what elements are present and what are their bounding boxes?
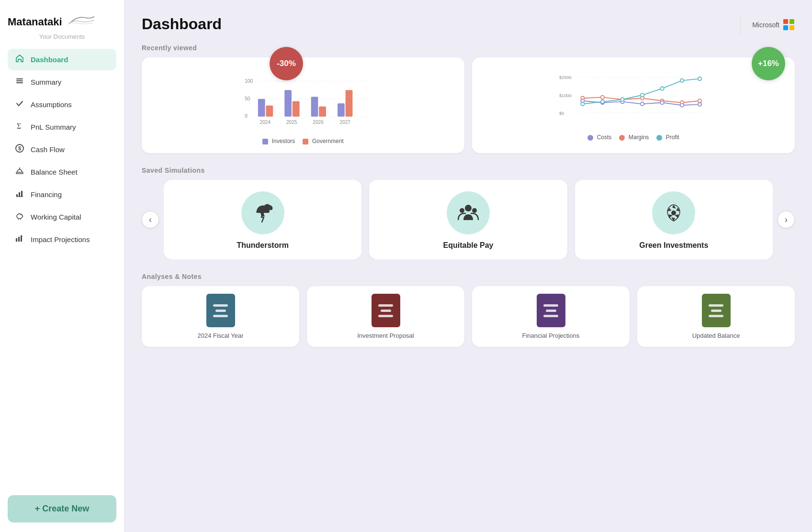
svg-text:2025: 2025 — [286, 120, 297, 125]
svg-text:2026: 2026 — [313, 120, 324, 125]
analysis-card-financial-projections[interactable]: Financial Projections — [472, 286, 630, 347]
sim-next-button[interactable]: › — [778, 211, 795, 228]
book-line-1 — [213, 304, 228, 307]
line-chart-legend: Costs Margins Profit — [481, 134, 786, 141]
book-line-3 — [213, 315, 228, 317]
assumptions-label: Assumptions — [31, 100, 72, 109]
svg-text:0: 0 — [245, 113, 248, 119]
sidebar-item-summary[interactable]: Summary — [8, 71, 116, 93]
green-investments-icon — [652, 191, 695, 234]
line-chart-svg: $2500 $1000 $0 — [481, 71, 786, 128]
analyses-label: Analyses & Notes — [142, 273, 795, 280]
legend-margins: Margins — [619, 134, 649, 141]
microsoft-logo — [783, 19, 795, 31]
analyses-grid: 2024 Fiscal Year Investment Proposal Fin… — [142, 286, 795, 347]
government-dot — [303, 139, 308, 144]
sidebar-item-pnl-summary[interactable]: Σ PnL Summary — [8, 116, 116, 138]
investment-proposal-name: Investment Proposal — [357, 332, 414, 339]
svg-rect-16 — [21, 235, 22, 242]
sim-cards-container: Thunderstorm Equitable Pay — [164, 180, 773, 259]
summary-label: Summary — [31, 78, 61, 86]
book-line-2 — [711, 310, 722, 312]
legend-profit: Profit — [656, 134, 679, 141]
bar-chart-legend: Investors Government — [150, 138, 456, 144]
legend-investors: Investors — [262, 138, 295, 144]
svg-point-63 — [460, 208, 464, 213]
thunderstorm-name: Thunderstorm — [237, 241, 288, 250]
svg-text:50: 50 — [245, 96, 250, 101]
book-line-2 — [546, 310, 556, 312]
svg-point-57 — [620, 98, 624, 101]
sidebar-item-assumptions[interactable]: Assumptions — [8, 94, 116, 115]
sim-card-green-investments[interactable]: Green Investments — [575, 180, 773, 259]
sidebar: Matanataki Your Documents Dashboard — [0, 0, 124, 532]
sidebar-item-cash-flow[interactable]: $ Cash Flow — [8, 139, 116, 160]
svg-text:$2500: $2500 — [559, 75, 572, 80]
sim-prev-button[interactable]: ‹ — [142, 211, 159, 228]
legend-costs: Costs — [587, 134, 611, 141]
page-title: Dashboard — [142, 15, 222, 33]
svg-rect-1 — [16, 80, 23, 81]
financing-label: Financing — [31, 190, 62, 199]
impact-projections-label: Impact Projections — [31, 235, 90, 244]
menu-icon — [14, 76, 25, 88]
working-capital-label: Working Capital — [31, 213, 81, 221]
analysis-card-investment-proposal[interactable]: Investment Proposal — [307, 286, 464, 347]
your-documents-label: Your Documents — [8, 33, 116, 40]
sidebar-item-financing[interactable]: Financing — [8, 184, 116, 205]
svg-point-12 — [17, 214, 23, 219]
svg-point-62 — [465, 205, 472, 211]
simulations-row: ‹ Thunderstorm — [142, 180, 795, 259]
piggy-bank-icon — [14, 211, 25, 223]
create-new-button[interactable]: + Create New — [8, 495, 116, 522]
logo-area: Matanataki — [8, 13, 116, 30]
svg-point-65 — [671, 211, 676, 215]
fiscal-year-book — [206, 294, 235, 327]
svg-text:100: 100 — [245, 78, 253, 84]
svg-rect-27 — [311, 97, 318, 117]
margins-dot — [619, 135, 625, 141]
equitable-pay-name: Equitable Pay — [443, 241, 494, 250]
svg-text:Σ: Σ — [17, 122, 21, 130]
header-divider — [740, 15, 741, 34]
home-icon — [14, 54, 25, 66]
book-line-3 — [378, 315, 393, 317]
svg-point-61 — [698, 77, 701, 80]
sidebar-item-impact-projections[interactable]: Impact Projections — [8, 229, 116, 250]
legend-government: Government — [303, 138, 343, 144]
sigma-icon: Σ — [14, 121, 25, 133]
badge-green: +16% — [752, 47, 785, 80]
analysis-card-updated-balance[interactable]: Updated Balance — [637, 286, 795, 347]
book-line-3 — [543, 315, 558, 317]
svg-point-56 — [601, 100, 604, 103]
svg-rect-0 — [16, 78, 23, 79]
book-line-2 — [215, 310, 226, 312]
svg-rect-28 — [319, 106, 326, 116]
profit-dot — [656, 135, 662, 141]
analysis-card-fiscal-year[interactable]: 2024 Fiscal Year — [142, 286, 299, 347]
tray-icon — [14, 166, 25, 178]
svg-rect-25 — [284, 90, 292, 116]
bar-chart-card[interactable]: -30% 100 50 0 — [142, 57, 464, 153]
sidebar-item-dashboard[interactable]: Dashboard — [8, 49, 116, 70]
sidebar-item-working-capital[interactable]: Working Capital — [8, 206, 116, 228]
logo-bird-icon — [67, 13, 96, 30]
ms-logo-blue — [783, 25, 788, 30]
sim-card-thunderstorm[interactable]: Thunderstorm — [164, 180, 361, 259]
check-icon — [14, 99, 25, 111]
dollar-circle-icon: $ — [14, 144, 25, 155]
svg-text:$: $ — [18, 145, 21, 151]
svg-rect-2 — [16, 82, 23, 83]
pnl-label: PnL Summary — [31, 123, 76, 131]
updated-balance-book — [702, 294, 731, 327]
costs-dot — [587, 135, 593, 141]
sidebar-item-balance-sheet[interactable]: Balance Sheet — [8, 161, 116, 183]
svg-text:$0: $0 — [559, 111, 564, 116]
sim-card-equitable-pay[interactable]: Equitable Pay — [369, 180, 567, 259]
fiscal-year-name: 2024 Fiscal Year — [197, 332, 243, 339]
cash-flow-label: Cash Flow — [31, 145, 65, 154]
svg-rect-26 — [293, 101, 300, 116]
line-chart-card[interactable]: +16% $2500 $1000 $0 — [472, 57, 795, 153]
svg-point-42 — [601, 96, 604, 99]
ms-badge-area: Microsoft — [733, 15, 795, 34]
